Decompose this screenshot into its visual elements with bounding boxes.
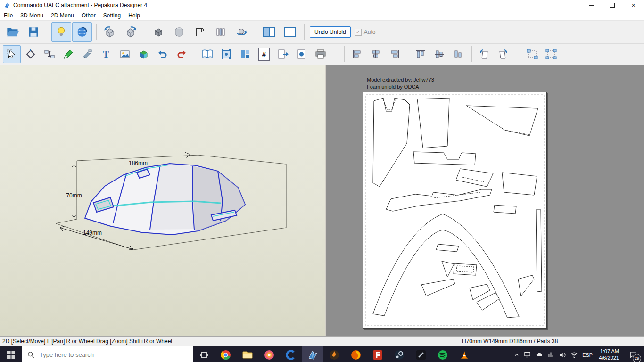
tray-expand-icon[interactable] [514,352,520,358]
pattern-piece[interactable] [494,205,516,214]
single-view-button[interactable] [280,22,300,42]
align-right-button[interactable] [386,45,404,63]
app-f[interactable] [367,346,388,362]
pattern-piece[interactable] [421,279,455,296]
app-photos[interactable] [258,346,280,362]
align-bottom-button[interactable] [449,45,467,63]
tray-monitor-icon[interactable] [524,351,531,358]
app-c[interactable] [280,346,302,362]
pattern-piece[interactable] [373,98,410,187]
app-chrome[interactable] [215,346,237,362]
maximize-button[interactable] [602,0,623,10]
export-button[interactable] [274,45,292,63]
task-view-button[interactable] [193,346,215,362]
start-button[interactable] [0,346,22,362]
app-spotify[interactable] [432,346,454,362]
pattern-piece[interactable] [466,106,538,136]
viewport-2d[interactable]: Model extracted by: Jeffw773 Foam unfold… [325,65,644,336]
pattern-piece[interactable] [442,261,454,277]
image-tool-button[interactable] [116,45,134,63]
pattern-canvas[interactable] [363,92,546,328]
app-vlc-icon [459,349,470,361]
app-file-explorer[interactable] [237,346,258,362]
viewport-3d[interactable]: 70mm186mm149mm [0,65,325,336]
pattern-piece[interactable] [518,275,534,296]
columns-view-button[interactable] [211,22,231,42]
edge-id-button[interactable]: # [255,45,273,63]
split-view-button[interactable] [259,22,279,42]
solid-part-button[interactable] [135,45,153,63]
menu-setting[interactable]: Setting [99,10,124,20]
pattern-piece[interactable] [386,189,492,211]
move-part-button[interactable] [41,45,58,63]
menu-other[interactable]: Other [78,10,99,20]
app-game[interactable] [323,346,345,362]
select-move-button[interactable] [3,45,21,63]
pattern-piece[interactable] [536,210,542,292]
menu-file[interactable]: File [0,10,17,20]
rotate-model-right-button[interactable] [121,22,140,42]
tray-volume-mixer-icon[interactable] [547,351,554,358]
print-button[interactable] [312,45,330,63]
align-left-button[interactable] [348,45,366,63]
close-button[interactable]: × [623,0,644,10]
tray-onedrive-icon[interactable] [535,351,543,358]
menu-3d[interactable]: 3D Menu [17,10,47,20]
undo-button[interactable] [154,45,172,63]
model-3d-canvas[interactable]: 70mm186mm149mm [0,65,325,336]
open-button[interactable] [3,22,23,42]
taskbar-search[interactable] [22,346,193,362]
action-center-button[interactable]: 29 [625,346,641,362]
text-tool-button[interactable]: T [97,45,115,63]
app-dark[interactable] [410,346,432,362]
app-firefox[interactable] [345,346,367,362]
pattern-piece[interactable] [454,263,477,275]
divide-parts-button[interactable] [542,45,560,63]
redo-button[interactable] [173,45,190,63]
single-window-icon [283,26,297,38]
selection-frame-button[interactable] [217,45,235,63]
auto-checkbox[interactable]: ✓ [355,29,362,36]
edit-edge-button[interactable] [59,45,77,63]
align-top-button[interactable] [412,45,429,63]
language-indicator[interactable]: ESP [582,352,593,358]
layout-parts-button[interactable] [236,45,254,63]
align-bottom-icon [453,49,464,60]
minimize-button[interactable] [580,0,602,10]
tray-speaker-icon[interactable] [559,351,566,359]
save-button[interactable] [24,22,43,42]
pattern-piece[interactable] [413,152,476,165]
solid-view-button[interactable] [149,22,168,42]
join-parts-button[interactable] [523,45,541,63]
taskbar-clock[interactable]: 1:07 AM 4/6/2021 [599,348,619,362]
layout-blocks-icon [239,49,251,60]
app-steam[interactable] [388,346,410,362]
pattern-piece[interactable] [456,169,493,187]
app-pepakura[interactable] [302,346,323,362]
light-toggle-button[interactable] [51,22,71,42]
tray-wifi-icon[interactable] [570,351,578,359]
print-area-button[interactable] [293,45,311,63]
pattern-page[interactable] [363,92,547,329]
rotate-sheet-cw-button[interactable] [494,45,512,63]
app-c-icon [285,349,297,361]
cylinder-view-button[interactable] [169,22,189,42]
rotate-sheet-ccw-button[interactable] [475,45,493,63]
menu-2d[interactable]: 2D Menu [47,10,78,20]
pattern-piece[interactable] [502,173,537,195]
undo-unfold-button[interactable]: Undo Unfold [310,26,351,38]
rotate-part-button[interactable] [22,45,40,63]
pattern-piece[interactable] [436,244,459,252]
rotate-model-left-button[interactable] [100,22,120,42]
align-center-button[interactable] [367,45,385,63]
align-middle-button[interactable] [430,45,448,63]
flatten-tool-button[interactable] [78,45,96,63]
app-vlc[interactable] [454,346,475,362]
texture-view-button[interactable] [72,22,92,42]
measure-button[interactable] [190,22,210,42]
orbit-view-button[interactable] [231,22,251,42]
pattern-piece[interactable] [417,98,449,148]
book-view-button[interactable] [198,45,216,63]
menu-help[interactable]: Help [124,10,144,20]
search-input[interactable] [39,351,173,359]
